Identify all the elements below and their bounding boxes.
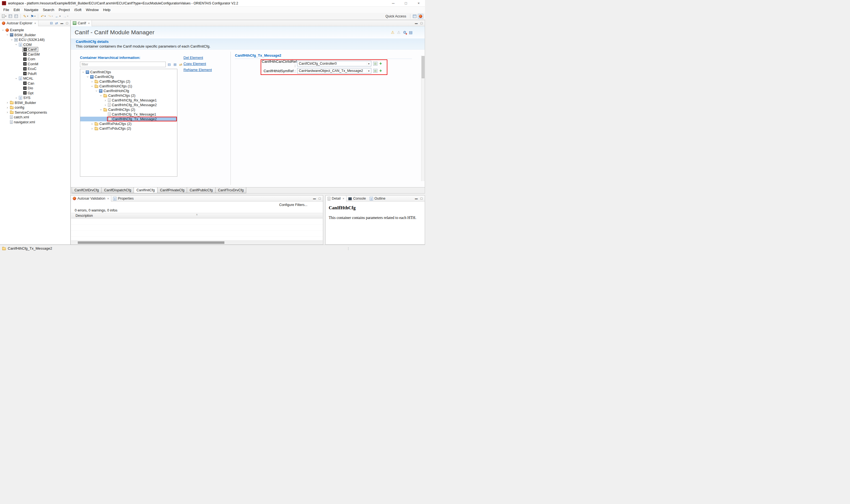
hierarchy-item-canifhthcfg-tx-message2[interactable]: CanIfHthCfg_Tx_Message2 bbox=[80, 117, 177, 121]
expander-icon[interactable]: › bbox=[5, 101, 9, 105]
menu-project[interactable]: Project bbox=[56, 7, 72, 13]
editor-vertical-scrollbar[interactable] bbox=[421, 56, 425, 181]
action-del-element[interactable]: Del Element bbox=[184, 56, 212, 60]
explorer-item-ecuc[interactable]: EcuC bbox=[0, 66, 70, 71]
expander-icon[interactable]: › bbox=[99, 108, 103, 111]
minimize-view-icon[interactable]: ▬ bbox=[313, 197, 316, 200]
quick-access-button[interactable]: Quick Access bbox=[383, 14, 409, 19]
expand-all-icon[interactable]: ⊞ bbox=[173, 62, 177, 67]
menu-file[interactable]: File bbox=[1, 7, 11, 13]
explorer-item-canif[interactable]: CanIf bbox=[0, 47, 70, 52]
maximize-view-icon[interactable]: ▢ bbox=[420, 197, 423, 200]
expander-icon[interactable]: › bbox=[86, 75, 90, 78]
explorer-item-config[interactable]: ›config bbox=[0, 105, 70, 110]
scrollbar-thumb[interactable] bbox=[78, 241, 224, 244]
explorer-item-catch-xml[interactable]: catch.xml bbox=[0, 115, 70, 120]
minimize-view-icon[interactable]: ▬ bbox=[60, 21, 63, 24]
expander-icon[interactable]: › bbox=[5, 110, 9, 114]
explorer-item-dio[interactable]: Dio bbox=[0, 86, 70, 91]
back-history-button[interactable]: ←▾ bbox=[54, 14, 62, 19]
close-icon[interactable]: × bbox=[88, 21, 90, 25]
hierarchy-item-caniftxpducfgs-2[interactable]: ›CanIfTxPduCfgs (2) bbox=[80, 126, 177, 131]
gear-icon[interactable]: ⚙ bbox=[403, 31, 406, 34]
detailpanel-tab-detail[interactable]: Detail× bbox=[326, 196, 346, 201]
hierarchy-item-canifhrhcfg-rx-message2[interactable]: ›CanIfHrhCfg_Rx_Message2 bbox=[80, 103, 177, 107]
minimize-view-icon[interactable]: ▬ bbox=[415, 197, 418, 200]
expander-icon[interactable]: › bbox=[14, 96, 18, 100]
expander-icon[interactable]: › bbox=[1, 28, 5, 32]
explorer-item-sys[interactable]: ›SYS bbox=[0, 95, 70, 100]
explorer-item-comm[interactable]: ComM bbox=[0, 62, 70, 67]
hierarchy-item-canifhthcfg-tx-message1[interactable]: CanIfHthCfg_Tx_Message1 bbox=[80, 112, 177, 117]
new-button[interactable]: ▾ bbox=[1, 14, 7, 19]
expander-icon[interactable]: › bbox=[90, 122, 94, 126]
expander-icon[interactable]: › bbox=[14, 76, 18, 80]
next-edit-location-button[interactable]: ↷▾ bbox=[47, 14, 54, 19]
expander-icon[interactable]: › bbox=[81, 70, 85, 74]
description-column-header[interactable]: Description ∧ bbox=[71, 213, 323, 218]
explorer-item-gpt[interactable]: Gpt bbox=[0, 91, 70, 96]
detailpanel-tab-outline[interactable]: Outline bbox=[368, 196, 387, 201]
subtab-canifdispatchcfg[interactable]: CanIfDispatchCfg bbox=[101, 187, 134, 193]
explorer-item-mcal[interactable]: ›MCAL bbox=[0, 76, 70, 81]
horizontal-scrollbar[interactable] bbox=[71, 240, 323, 244]
menu-navigate[interactable]: Navigate bbox=[22, 7, 40, 13]
add-reference-button[interactable]: + bbox=[379, 62, 382, 66]
filter-input[interactable] bbox=[80, 62, 166, 67]
hierarchy-item-canifinithohcfgs-1[interactable]: ›CanIfInitHohCfgs (1) bbox=[80, 84, 177, 88]
link-selection-icon[interactable]: ⇄ bbox=[178, 62, 183, 67]
close-icon[interactable]: × bbox=[34, 21, 36, 25]
orientais-perspective-button[interactable] bbox=[418, 14, 423, 19]
configure-filters-button[interactable]: Configure Filters... bbox=[279, 203, 307, 207]
save-button[interactable] bbox=[8, 14, 13, 19]
expander-icon[interactable]: › bbox=[14, 43, 18, 47]
hierarchy-item-canifhrhcfg-rx-message1[interactable]: ›CanIfHrhCfg_Rx_Message1 bbox=[80, 98, 177, 103]
collapse-all-icon[interactable]: ⊟ bbox=[167, 62, 172, 67]
window-minimize-button[interactable]: ─ bbox=[387, 0, 400, 6]
action-copy-element[interactable]: Copy Element bbox=[184, 62, 212, 66]
save-all-button[interactable] bbox=[14, 14, 19, 19]
menu-search[interactable]: Search bbox=[41, 7, 56, 13]
choose-reference-button[interactable] bbox=[373, 69, 377, 73]
detailpanel-tab-console[interactable]: Console bbox=[346, 196, 368, 201]
combo-canifhthidsymref[interactable]: CanHardwareObject_CAN_Tx_Message2▾ bbox=[297, 68, 371, 74]
add-reference-button[interactable]: + bbox=[379, 69, 382, 73]
combo-canifhthcanctrlidref[interactable]: CanIfCtrlCfg_Controller0▾ bbox=[297, 61, 371, 66]
mark-element-button[interactable]: ⚑▾ bbox=[30, 14, 36, 19]
warning-secondary-icon[interactable]: ⚠ bbox=[397, 31, 401, 34]
explorer-item-cansm[interactable]: CanSM bbox=[0, 52, 70, 57]
hierarchy-item-canifinitcfg[interactable]: ›CanIfInitCfg bbox=[80, 74, 177, 79]
collapse-all-icon[interactable]: ⊟ bbox=[50, 21, 53, 25]
open-perspective-button[interactable] bbox=[412, 14, 417, 19]
subtab-canifctrldrvcfg[interactable]: CanIfCtrlDrvCfg bbox=[72, 187, 102, 193]
scrollbar-thumb[interactable] bbox=[422, 56, 424, 78]
expander-icon[interactable]: › bbox=[90, 127, 94, 130]
expander-icon[interactable]: › bbox=[94, 89, 99, 93]
expander-icon[interactable]: › bbox=[99, 94, 103, 97]
maximize-view-icon[interactable]: ▢ bbox=[66, 21, 68, 24]
explorer-item-example[interactable]: ›Example bbox=[0, 28, 70, 33]
expander-icon[interactable]: › bbox=[10, 38, 14, 41]
explorer-item-pdur[interactable]: PduR bbox=[0, 71, 70, 76]
explorer-item-bsw-builder[interactable]: ›BSW_Builder bbox=[0, 100, 70, 105]
explorer-item-bsw-builder[interactable]: ›BSW_Builder bbox=[0, 33, 70, 38]
hierarchy-item-canifbuffercfgs-2[interactable]: ›CanIfBufferCfgs (2) bbox=[80, 79, 177, 84]
menu-isoft[interactable]: iSoft bbox=[72, 7, 84, 13]
window-maximize-button[interactable]: □ bbox=[400, 0, 412, 6]
close-icon[interactable]: × bbox=[107, 197, 109, 200]
subtab-caniftrcvdrvcfg[interactable]: CanIfTrcvDrvCfg bbox=[215, 187, 246, 193]
hierarchy-item-canifhthcfgs-2[interactable]: ›CanIfHthCfgs (2) bbox=[80, 107, 177, 112]
explorer-item-can[interactable]: Can bbox=[0, 81, 70, 86]
validation-tab-properties[interactable]: Properties bbox=[111, 196, 136, 201]
choose-reference-button[interactable] bbox=[373, 62, 377, 66]
explorer-item-ecu-s32k148[interactable]: ›ECU (S32K148) bbox=[0, 37, 70, 42]
explorer-tab[interactable]: Autosar Explorer × bbox=[0, 20, 38, 26]
explorer-item-com[interactable]: ›COM bbox=[0, 42, 70, 47]
chevron-down-icon[interactable]: ▾ bbox=[367, 62, 370, 65]
chevron-down-icon[interactable]: ▾ bbox=[367, 69, 370, 72]
expander-icon[interactable]: › bbox=[103, 98, 107, 102]
hierarchy-item-canifinitcfgs[interactable]: ›CanIfInitCfgs bbox=[80, 70, 177, 74]
subtab-canifpubliccfg[interactable]: CanIfPublicCfg bbox=[187, 187, 215, 193]
warning-icon[interactable]: ⚠ bbox=[391, 31, 395, 34]
maximize-view-icon[interactable]: ▢ bbox=[318, 197, 321, 200]
